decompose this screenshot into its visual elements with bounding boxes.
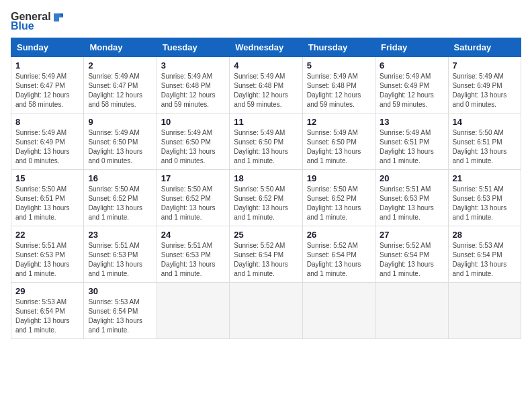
day-info: Sunrise: 5:50 AM Sunset: 6:51 PM Dayligh… [15,185,79,222]
calendar-cell: 12Sunrise: 5:49 AM Sunset: 6:50 PM Dayli… [302,113,375,170]
calendar-cell: 7Sunrise: 5:49 AM Sunset: 6:49 PM Daylig… [448,57,521,113]
calendar-cell: 2Sunrise: 5:49 AM Sunset: 6:47 PM Daylig… [84,57,157,113]
day-info: Sunrise: 5:49 AM Sunset: 6:49 PM Dayligh… [15,128,79,166]
day-number: 2 [88,60,152,71]
calendar-body: 1Sunrise: 5:49 AM Sunset: 6:47 PM Daylig… [11,57,521,339]
calendar-cell: 14Sunrise: 5:50 AM Sunset: 6:51 PM Dayli… [448,113,521,170]
day-info: Sunrise: 5:52 AM Sunset: 6:54 PM Dayligh… [234,241,298,279]
day-info: Sunrise: 5:50 AM Sunset: 6:52 PM Dayligh… [234,185,298,222]
day-number: 18 [234,173,298,183]
calendar-cell: 20Sunrise: 5:51 AM Sunset: 6:53 PM Dayli… [375,170,448,226]
calendar-cell: 23Sunrise: 5:51 AM Sunset: 6:53 PM Dayli… [84,226,157,283]
day-number: 21 [453,173,517,183]
day-info: Sunrise: 5:49 AM Sunset: 6:50 PM Dayligh… [307,128,371,166]
day-number: 25 [234,230,298,240]
calendar-cell [157,283,229,339]
day-number: 6 [380,60,443,71]
calendar-cell: 10Sunrise: 5:49 AM Sunset: 6:50 PM Dayli… [157,113,229,170]
logo-blue: Blue [11,20,34,32]
calendar-cell: 30Sunrise: 5:53 AM Sunset: 6:54 PM Dayli… [84,283,157,339]
column-header-tuesday: Tuesday [157,38,229,57]
calendar-cell: 29Sunrise: 5:53 AM Sunset: 6:54 PM Dayli… [11,283,84,339]
column-header-saturday: Saturday [448,38,521,57]
calendar-cell: 13Sunrise: 5:49 AM Sunset: 6:51 PM Dayli… [375,113,448,170]
calendar-cell: 9Sunrise: 5:49 AM Sunset: 6:50 PM Daylig… [84,113,157,170]
day-number: 10 [161,117,225,127]
day-number: 15 [15,173,79,183]
day-info: Sunrise: 5:52 AM Sunset: 6:54 PM Dayligh… [307,241,371,279]
day-number: 20 [380,173,443,183]
week-row-5: 29Sunrise: 5:53 AM Sunset: 6:54 PM Dayli… [11,283,521,339]
day-info: Sunrise: 5:49 AM Sunset: 6:47 PM Dayligh… [15,72,79,109]
day-info: Sunrise: 5:51 AM Sunset: 6:53 PM Dayligh… [380,185,443,222]
column-header-wednesday: Wednesday [230,38,302,57]
day-number: 27 [380,230,443,240]
day-number: 13 [380,117,443,127]
calendar-cell: 15Sunrise: 5:50 AM Sunset: 6:51 PM Dayli… [11,170,84,226]
calendar-cell: 25Sunrise: 5:52 AM Sunset: 6:54 PM Dayli… [230,226,302,283]
day-number: 14 [453,117,517,127]
day-info: Sunrise: 5:49 AM Sunset: 6:48 PM Dayligh… [307,72,371,109]
day-info: Sunrise: 5:49 AM Sunset: 6:47 PM Dayligh… [88,72,152,109]
calendar-cell: 28Sunrise: 5:53 AM Sunset: 6:54 PM Dayli… [448,226,521,283]
day-info: Sunrise: 5:52 AM Sunset: 6:54 PM Dayligh… [380,241,443,279]
calendar-cell: 18Sunrise: 5:50 AM Sunset: 6:52 PM Dayli… [230,170,302,226]
day-info: Sunrise: 5:50 AM Sunset: 6:52 PM Dayligh… [307,185,371,222]
day-info: Sunrise: 5:51 AM Sunset: 6:53 PM Dayligh… [453,185,517,222]
day-number: 12 [307,117,371,127]
day-number: 9 [88,117,152,127]
week-row-3: 15Sunrise: 5:50 AM Sunset: 6:51 PM Dayli… [11,170,521,226]
logo-container: General Blue [11,11,64,32]
header: General Blue [11,11,521,32]
day-number: 22 [15,230,79,240]
calendar-cell: 22Sunrise: 5:51 AM Sunset: 6:53 PM Dayli… [11,226,84,283]
day-info: Sunrise: 5:53 AM Sunset: 6:54 PM Dayligh… [453,241,517,279]
day-number: 5 [307,60,371,71]
calendar-cell: 19Sunrise: 5:50 AM Sunset: 6:52 PM Dayli… [302,170,375,226]
calendar-cell: 11Sunrise: 5:49 AM Sunset: 6:50 PM Dayli… [230,113,302,170]
day-number: 29 [15,286,79,296]
day-number: 17 [161,173,225,183]
logo-arrow-icon [52,11,64,23]
calendar-cell: 21Sunrise: 5:51 AM Sunset: 6:53 PM Dayli… [448,170,521,226]
header-row: SundayMondayTuesdayWednesdayThursdayFrid… [11,38,521,57]
calendar-table: SundayMondayTuesdayWednesdayThursdayFrid… [11,38,521,339]
column-header-monday: Monday [84,38,157,57]
calendar-cell: 16Sunrise: 5:50 AM Sunset: 6:52 PM Dayli… [84,170,157,226]
day-info: Sunrise: 5:49 AM Sunset: 6:48 PM Dayligh… [161,72,225,109]
column-header-friday: Friday [375,38,448,57]
calendar-cell: 4Sunrise: 5:49 AM Sunset: 6:48 PM Daylig… [230,57,302,113]
week-row-1: 1Sunrise: 5:49 AM Sunset: 6:47 PM Daylig… [11,57,521,113]
calendar-cell: 24Sunrise: 5:51 AM Sunset: 6:53 PM Dayli… [157,226,229,283]
day-info: Sunrise: 5:50 AM Sunset: 6:52 PM Dayligh… [161,185,225,222]
day-number: 23 [88,230,152,240]
day-number: 11 [234,117,298,127]
day-number: 8 [15,117,79,127]
day-info: Sunrise: 5:53 AM Sunset: 6:54 PM Dayligh… [88,298,152,335]
day-number: 30 [88,286,152,296]
calendar-cell [230,283,302,339]
day-number: 24 [161,230,225,240]
calendar-cell: 26Sunrise: 5:52 AM Sunset: 6:54 PM Dayli… [302,226,375,283]
day-info: Sunrise: 5:53 AM Sunset: 6:54 PM Dayligh… [15,298,79,335]
calendar-cell: 5Sunrise: 5:49 AM Sunset: 6:48 PM Daylig… [302,57,375,113]
column-header-thursday: Thursday [302,38,375,57]
calendar-cell: 8Sunrise: 5:49 AM Sunset: 6:49 PM Daylig… [11,113,84,170]
day-info: Sunrise: 5:49 AM Sunset: 6:48 PM Dayligh… [234,72,298,109]
calendar-cell: 6Sunrise: 5:49 AM Sunset: 6:49 PM Daylig… [375,57,448,113]
day-info: Sunrise: 5:49 AM Sunset: 6:49 PM Dayligh… [453,72,517,109]
calendar-cell: 17Sunrise: 5:50 AM Sunset: 6:52 PM Dayli… [157,170,229,226]
calendar-cell: 27Sunrise: 5:52 AM Sunset: 6:54 PM Dayli… [375,226,448,283]
day-number: 4 [234,60,298,71]
calendar-cell [302,283,375,339]
calendar-cell: 1Sunrise: 5:49 AM Sunset: 6:47 PM Daylig… [11,57,84,113]
day-number: 1 [15,60,79,71]
day-info: Sunrise: 5:51 AM Sunset: 6:53 PM Dayligh… [15,241,79,279]
day-number: 26 [307,230,371,240]
day-number: 3 [161,60,225,71]
day-info: Sunrise: 5:49 AM Sunset: 6:50 PM Dayligh… [161,128,225,166]
calendar-header: SundayMondayTuesdayWednesdayThursdayFrid… [11,38,521,57]
day-info: Sunrise: 5:49 AM Sunset: 6:49 PM Dayligh… [380,72,443,109]
day-info: Sunrise: 5:49 AM Sunset: 6:50 PM Dayligh… [88,128,152,166]
day-number: 16 [88,173,152,183]
